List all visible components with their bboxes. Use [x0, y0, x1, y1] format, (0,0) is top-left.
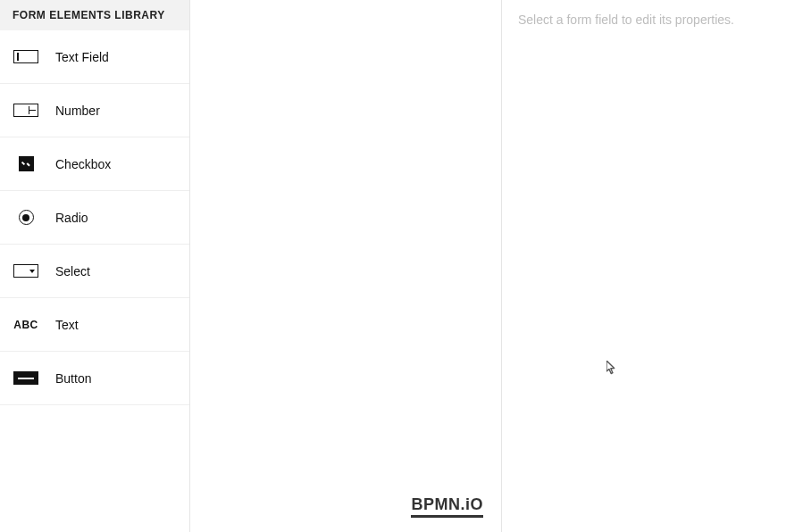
sidebar-header: FORM ELEMENTS LIBRARY — [0, 0, 189, 30]
number-icon — [13, 97, 39, 124]
checkbox-icon — [13, 151, 39, 178]
palette-item-label: Text — [55, 318, 79, 332]
palette-item-label: Select — [55, 264, 90, 278]
palette-item-label: Button — [55, 371, 91, 386]
radio-icon — [13, 204, 39, 231]
palette-item-label: Checkbox — [55, 157, 111, 171]
palette-item-checkbox[interactable]: Checkbox — [0, 137, 189, 191]
palette-item-label: Number — [55, 104, 100, 118]
palette-item-label: Radio — [55, 211, 88, 225]
palette-item-radio[interactable]: Radio — [0, 191, 189, 245]
cursor-icon — [606, 361, 617, 378]
form-elements-sidebar: FORM ELEMENTS LIBRARY Text Field Number … — [0, 0, 190, 532]
textfield-icon — [13, 44, 39, 71]
button-icon — [13, 365, 39, 392]
brand-logo[interactable]: BPMN.iO — [411, 495, 483, 518]
palette-item-select[interactable]: Select — [0, 245, 189, 298]
palette-item-button[interactable]: Button — [0, 352, 189, 405]
text-icon: ABC — [13, 312, 39, 338]
form-canvas[interactable]: BPMN.iO — [190, 0, 502, 532]
palette-item-text[interactable]: ABC Text — [0, 298, 189, 352]
properties-panel: Select a form field to edit its properti… — [502, 0, 786, 532]
palette-item-text-field[interactable]: Text Field — [0, 30, 189, 84]
properties-placeholder: Select a form field to edit its properti… — [502, 0, 786, 39]
palette-item-label: Text Field — [55, 50, 109, 64]
palette-item-number[interactable]: Number — [0, 84, 189, 137]
select-icon — [13, 258, 39, 285]
